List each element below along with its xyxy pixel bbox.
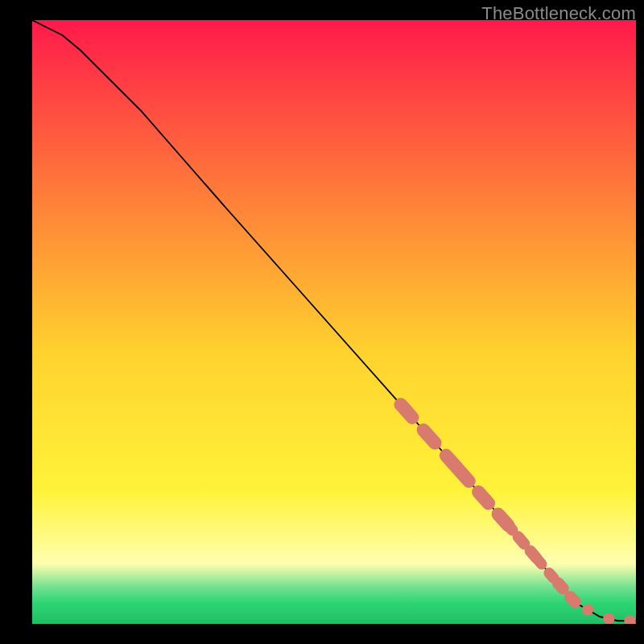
data-dot — [401, 405, 412, 418]
data-dot — [570, 597, 575, 601]
data-dots — [401, 405, 636, 624]
data-dot — [624, 615, 635, 624]
data-dot — [582, 604, 593, 615]
main-curve — [32, 20, 636, 621]
data-dot — [478, 492, 488, 503]
chart-layer — [32, 20, 636, 624]
data-dot — [459, 470, 469, 481]
watermark-label: TheBottleneck.com — [481, 3, 636, 24]
data-dot — [603, 613, 614, 624]
data-dot — [423, 430, 435, 443]
data-dot — [537, 559, 542, 564]
data-dot — [518, 537, 525, 544]
data-dot — [549, 573, 554, 578]
chart-stage: TheBottleneck.com — [0, 0, 644, 644]
data-dot — [558, 583, 563, 588]
plot-area — [32, 20, 636, 624]
data-dot — [506, 523, 513, 530]
